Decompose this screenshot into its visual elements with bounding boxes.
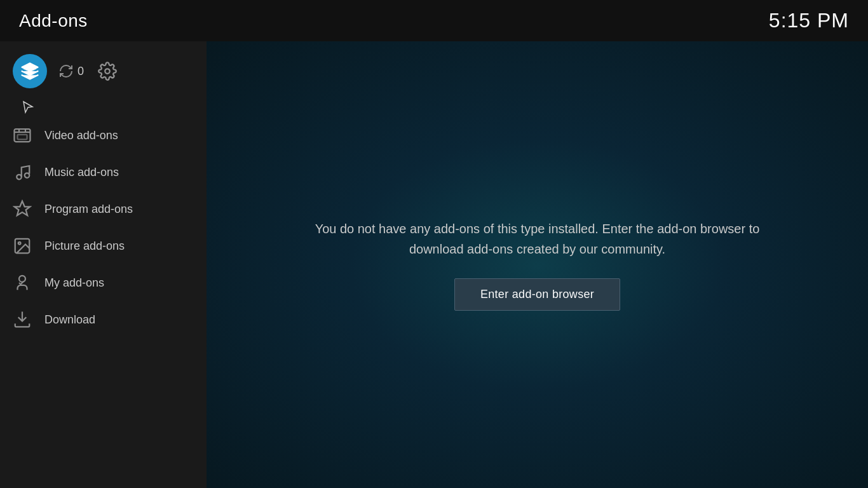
sidebar: 0 Video add-ons [0, 41, 207, 488]
sidebar-item-program-addons[interactable]: Program add-ons [0, 191, 207, 227]
video-addons-label: Video add-ons [44, 129, 118, 142]
refresh-button[interactable]: 0 [58, 64, 84, 79]
page-title: Add-ons [19, 11, 88, 31]
box-icon [20, 62, 39, 81]
picture-addons-label: Picture add-ons [44, 240, 125, 253]
header: Add-ons 5:15 PM [0, 0, 868, 41]
download-icon [13, 310, 32, 329]
sidebar-item-picture-addons[interactable]: Picture add-ons [0, 227, 207, 264]
refresh-icon [58, 64, 74, 79]
my-addons-icon [13, 273, 32, 292]
content-inner: You do not have any add-ons of this type… [315, 219, 760, 311]
picture-icon [13, 236, 32, 255]
main-layout: 0 Video add-ons [0, 41, 868, 488]
svg-point-10 [19, 276, 25, 282]
sidebar-item-video-addons[interactable]: Video add-ons [0, 117, 207, 154]
cursor-area [0, 98, 207, 117]
music-icon [13, 163, 32, 182]
my-addons-label: My add-ons [44, 276, 104, 290]
settings-icon[interactable] [98, 62, 117, 81]
sidebar-item-download[interactable]: Download [0, 301, 207, 338]
no-addons-message: You do not have any add-ons of this type… [315, 219, 760, 259]
program-icon [13, 200, 32, 219]
video-icon [13, 126, 32, 145]
music-addons-label: Music add-ons [44, 166, 119, 179]
sidebar-toolbar: 0 [0, 41, 207, 98]
cursor-icon [22, 100, 34, 114]
program-addons-label: Program add-ons [44, 203, 133, 216]
update-count: 0 [78, 65, 84, 78]
content-area: You do not have any add-ons of this type… [207, 41, 868, 488]
svg-rect-5 [18, 135, 27, 140]
svg-point-0 [105, 69, 110, 74]
download-label: Download [44, 313, 95, 327]
sidebar-item-my-addons[interactable]: My add-ons [0, 264, 207, 301]
enter-addon-browser-button[interactable]: Enter add-on browser [454, 278, 620, 311]
svg-point-9 [18, 242, 21, 245]
sidebar-item-music-addons[interactable]: Music add-ons [0, 154, 207, 191]
addon-box-button[interactable] [13, 54, 47, 88]
clock: 5:15 PM [769, 9, 849, 32]
